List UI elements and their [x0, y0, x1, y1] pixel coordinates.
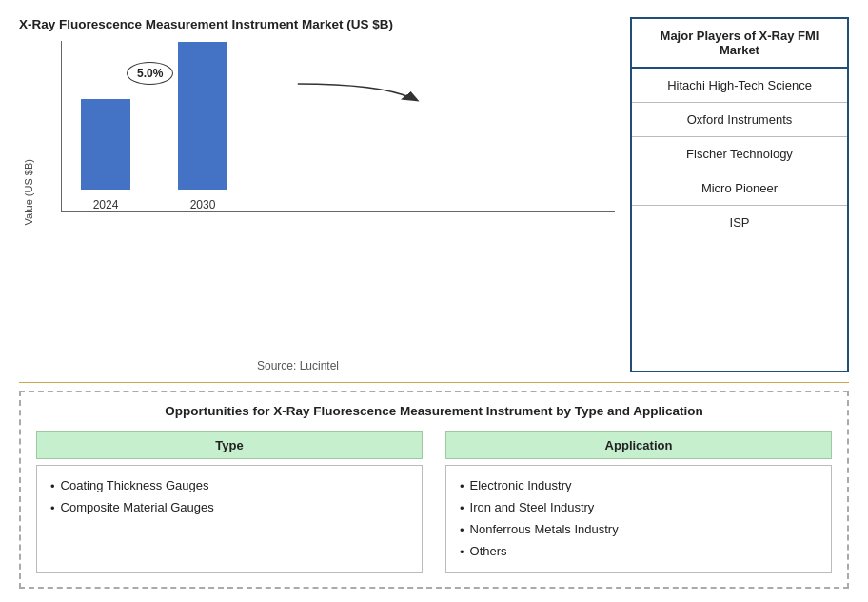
players-panel: Major Players of X-Ray FMI Market Hitach… [630, 17, 849, 372]
bottom-columns: Type • Coating Thickness Gauges • Compos… [36, 431, 832, 573]
application-body: • Electronic Industry • Iron and Steel I… [445, 465, 832, 573]
chart-title: X-Ray Fluorescence Measurement Instrumen… [19, 17, 615, 31]
player-isp: ISP [632, 206, 847, 239]
app-bullet-2: • [460, 498, 464, 519]
y-axis-label: Value (US $B) [23, 159, 34, 226]
bars-wrapper: 5.0% 202 [61, 41, 615, 325]
type-column: Type • Coating Thickness Gauges • Compos… [36, 431, 423, 573]
app-item-4-text: Others [470, 541, 507, 562]
app-item-3: • Nonferrous Metals Industry [460, 519, 818, 541]
bar-2024-rect [81, 99, 130, 190]
app-item-3-text: Nonferrous Metals Industry [470, 519, 619, 540]
app-item-2: • Iron and Steel Industry [460, 497, 818, 519]
bullet-2: • [50, 498, 55, 519]
source-text: Source: Lucintel [19, 359, 577, 372]
opportunities-title: Opportunities for X-Ray Fluorescence Mea… [36, 404, 832, 418]
section-divider [19, 382, 849, 383]
bar-2030-label: 2030 [190, 198, 216, 211]
type-item-2: • Composite Material Gauges [50, 497, 408, 519]
application-header: Application [445, 431, 832, 459]
type-body: • Coating Thickness Gauges • Composite M… [36, 465, 423, 573]
bars-inner: 5.0% 202 [61, 41, 615, 212]
player-fischer: Fischer Technology [632, 137, 847, 171]
player-micro: Micro Pioneer [632, 171, 847, 206]
app-item-4: • Others [460, 541, 818, 563]
type-header: Type [36, 431, 423, 459]
player-oxford: Oxford Instruments [632, 103, 847, 137]
app-bullet-3: • [460, 520, 464, 541]
app-item-1-text: Electronic Industry [470, 475, 572, 496]
type-item-1-text: Coating Thickness Gauges [61, 475, 209, 496]
app-bullet-4: • [460, 542, 464, 563]
cagr-annotation: 5.0% [127, 62, 173, 85]
player-hitachi: Hitachi High-Tech Science [632, 69, 847, 103]
bullet-1: • [50, 476, 55, 497]
players-header: Major Players of X-Ray FMI Market [632, 19, 847, 69]
chart-container: Value (US $B) 5.0% [19, 41, 615, 353]
type-item-1: • Coating Thickness Gauges [50, 475, 408, 497]
application-column: Application • Electronic Industry • Iron… [445, 431, 832, 573]
chart-area: X-Ray Fluorescence Measurement Instrumen… [19, 17, 615, 372]
bar-2030: 2030 [178, 42, 227, 211]
bar-2030-rect [178, 42, 227, 190]
app-item-1: • Electronic Industry [460, 475, 818, 497]
type-item-2-text: Composite Material Gauges [61, 497, 214, 518]
bar-2024: 2024 [81, 99, 130, 211]
app-bullet-1: • [460, 476, 464, 497]
bar-2024-label: 2024 [93, 198, 119, 211]
cagr-bubble: 5.0% [127, 62, 173, 85]
app-item-2-text: Iron and Steel Industry [470, 497, 595, 518]
opportunities-section: Opportunities for X-Ray Fluorescence Mea… [19, 391, 849, 589]
